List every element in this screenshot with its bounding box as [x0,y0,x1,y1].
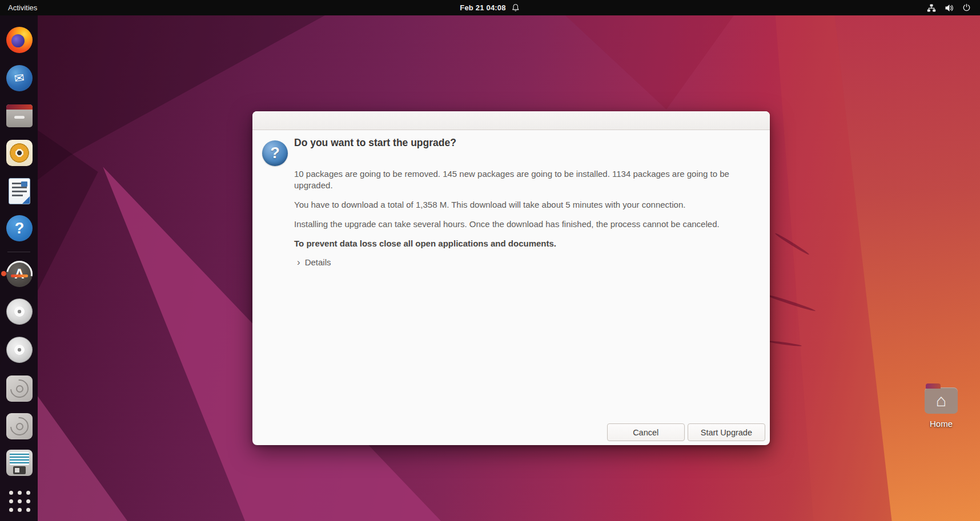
top-bar: Activities Feb 21 04:08 [0,0,980,15]
dock: ✉ ? A [0,15,38,521]
activities-button[interactable]: Activities [0,0,45,15]
firefox-icon [6,27,33,53]
details-label: Details [305,257,331,267]
dialog-paragraph: 10 packages are going to be removed. 145… [294,168,761,191]
wallpaper-jellyfish-streak [768,340,802,347]
notification-bell-icon [512,3,520,12]
dock-files[interactable] [6,102,33,130]
updater-notification-dot [1,271,6,276]
app-grid-icon [8,490,31,512]
rhythmbox-icon [6,140,33,166]
dialog-titlebar[interactable] [252,111,770,130]
libreoffice-writer-icon [9,178,30,204]
home-icon: ⌂ [936,387,946,414]
question-icon: ? [262,140,288,166]
home-folder-shortcut[interactable]: ⌂ Home [919,383,963,429]
dock-disk-player-1[interactable] [6,375,33,402]
dock-floppy[interactable] [6,449,33,476]
dock-help[interactable]: ? [6,215,33,242]
start-upgrade-button[interactable]: Start Upgrade [688,423,765,441]
dock-software-updater[interactable]: A [6,260,33,288]
dock-disk-player-2[interactable] [6,413,33,440]
system-status-menu[interactable] [922,0,975,15]
disk-player-icon [6,375,33,402]
dialog-paragraph: You have to download a total of 1,358 M.… [294,199,761,211]
volume-icon [945,3,954,13]
details-expander[interactable]: › Details [297,257,331,267]
power-icon [962,3,971,12]
dock-show-applications[interactable] [6,487,33,515]
dock-rhythmbox[interactable] [6,139,33,167]
home-folder-icon: ⌂ [925,387,958,414]
dock-libreoffice-writer[interactable] [6,177,33,205]
dock-disc-1[interactable] [6,298,33,325]
network-icon [927,3,936,13]
dialog-paragraph: Installing the upgrade can take several … [294,219,761,230]
dialog-warning: To prevent data loss close all open appl… [294,238,761,249]
floppy-icon [6,450,33,476]
chevron-right-icon: › [297,258,300,266]
disk-player-icon [6,413,33,439]
dock-disc-2[interactable] [6,336,33,364]
disc-icon [6,337,33,363]
dialog-title: Do you want to start the upgrade? [294,137,456,149]
upgrade-dialog: ? Do you want to start the upgrade? 10 p… [252,111,770,445]
dock-separator [7,252,30,252]
files-icon [6,104,33,127]
dock-firefox[interactable] [6,26,33,54]
clock-label: Feb 21 04:08 [460,3,505,12]
home-folder-label: Home [919,419,963,429]
cancel-button[interactable]: Cancel [607,423,685,441]
clock-menu[interactable]: Feb 21 04:08 [460,0,520,15]
software-updater-icon: A [6,261,33,287]
disc-icon [6,298,33,325]
dialog-body: 10 packages are going to be removed. 145… [294,168,761,267]
dialog-button-row: Cancel Start Upgrade [607,423,765,441]
thunderbird-icon: ✉ [6,65,33,91]
help-icon: ? [6,215,33,241]
desktop: Activities Feb 21 04:08 [0,0,980,521]
dock-thunderbird[interactable]: ✉ [6,64,33,92]
